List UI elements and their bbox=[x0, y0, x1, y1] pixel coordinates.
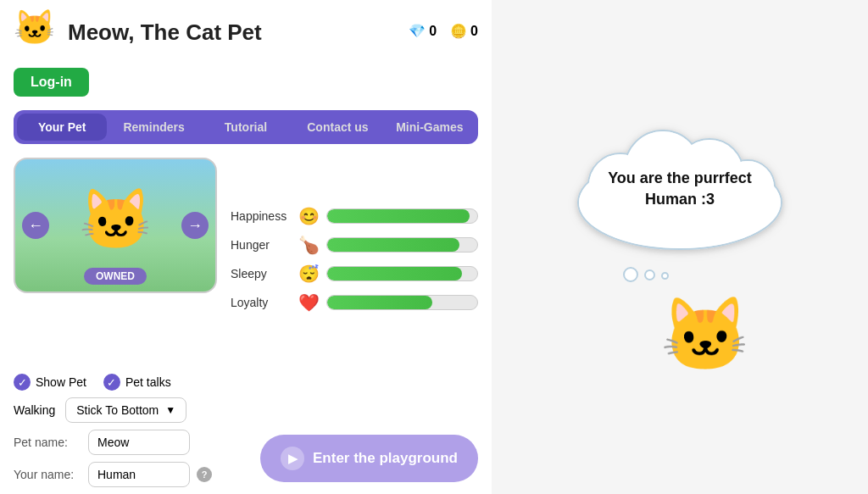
gem-currency: 💎 0 bbox=[409, 23, 437, 39]
stat-loyalty: Loyalty ❤️ bbox=[231, 292, 478, 313]
pet-talks-label: Pet talks bbox=[125, 375, 171, 389]
pet-image: 🐱 bbox=[79, 190, 153, 249]
walking-select[interactable]: Stick To Bottom ▼ bbox=[65, 397, 186, 423]
stat-happiness-bar-bg bbox=[326, 208, 478, 224]
input-section: Pet name: Your name: ? bbox=[14, 430, 247, 487]
gem-count: 0 bbox=[429, 23, 437, 38]
pet-talks-checkbox[interactable]: ✓ Pet talks bbox=[103, 374, 171, 391]
cat-avatar: 🐱 bbox=[14, 10, 58, 54]
playground-btn-label: Enter the playground bbox=[313, 450, 458, 467]
pet-name-input[interactable] bbox=[88, 430, 190, 455]
stat-hunger-icon: 🍗 bbox=[298, 235, 320, 255]
stat-sleepy-bar-bg bbox=[326, 266, 478, 281]
help-icon[interactable]: ? bbox=[197, 467, 212, 482]
app-title: Meow, The Cat Pet bbox=[68, 19, 262, 46]
walking-label: Walking bbox=[14, 403, 55, 417]
stat-hunger-label: Hunger bbox=[231, 238, 292, 252]
pet-display: ← 🐱 → OWNED bbox=[14, 158, 217, 293]
coin-icon: 🪙 bbox=[450, 23, 467, 39]
pet-prev-button[interactable]: ← bbox=[22, 212, 49, 239]
login-area: Log-in bbox=[0, 61, 492, 103]
main-content: ← 🐱 → OWNED Happiness 😊 Hunger 🍗 bbox=[0, 151, 492, 367]
currency-display: 💎 0 🪙 0 bbox=[409, 23, 478, 39]
walking-value: Stick To Bottom bbox=[76, 403, 159, 417]
stats-area: Happiness 😊 Hunger 🍗 Sleepy 😴 bbox=[231, 158, 478, 360]
show-pet-label: Show Pet bbox=[36, 375, 86, 389]
stat-sleepy-icon: 😴 bbox=[298, 264, 320, 284]
bubble-dot-small bbox=[661, 272, 669, 280]
stat-loyalty-bar bbox=[327, 296, 432, 309]
walking-cat-image: 🐱 bbox=[660, 292, 750, 377]
tab-mini-games[interactable]: Mini-Games bbox=[385, 114, 475, 141]
coin-count: 0 bbox=[470, 23, 478, 38]
left-panel: 🐾 🐾 🐾 🐾 🐾 🐾 🐾 🐾 🐱 Meow, The Cat Pet 💎 0 … bbox=[0, 0, 492, 494]
your-name-label: Your name: bbox=[14, 468, 81, 481]
stat-hunger: Hunger 🍗 bbox=[231, 235, 478, 255]
stat-sleepy: Sleepy 😴 bbox=[231, 264, 478, 284]
stat-happiness-bar bbox=[327, 209, 470, 223]
right-panel: You are the purrfect Human :3 🐱 bbox=[492, 0, 868, 494]
nav-tabs: Your Pet Reminders Tutorial Contact us M… bbox=[14, 110, 478, 144]
pet-talks-check-icon: ✓ bbox=[103, 374, 120, 391]
your-name-row: Your name: ? bbox=[14, 462, 247, 487]
checkboxes-row: ✓ Show Pet ✓ Pet talks bbox=[14, 374, 478, 391]
walking-row: Walking Stick To Bottom ▼ bbox=[14, 397, 478, 423]
stat-loyalty-label: Loyalty bbox=[231, 296, 292, 309]
play-icon: ▶ bbox=[281, 447, 304, 470]
walking-cat-display: 🐱 bbox=[609, 292, 750, 377]
cloud-bubble: You are the purrfect Human :3 bbox=[553, 118, 807, 265]
gem-icon: 💎 bbox=[409, 23, 426, 39]
tab-reminders[interactable]: Reminders bbox=[108, 114, 198, 141]
owned-badge: OWNED bbox=[84, 268, 147, 285]
stat-happiness-icon: 😊 bbox=[298, 206, 320, 226]
tab-tutorial[interactable]: Tutorial bbox=[201, 114, 291, 141]
pet-name-row: Pet name: bbox=[14, 430, 247, 455]
chevron-down-icon: ▼ bbox=[165, 404, 175, 416]
show-pet-check-icon: ✓ bbox=[14, 374, 31, 391]
app-header: 🐱 Meow, The Cat Pet 💎 0 🪙 0 bbox=[0, 0, 492, 61]
stat-loyalty-bar-bg bbox=[326, 295, 478, 310]
pet-next-button[interactable]: → bbox=[181, 212, 209, 239]
stat-happiness-label: Happiness bbox=[231, 209, 292, 223]
your-name-input[interactable] bbox=[88, 462, 190, 487]
tab-your-pet[interactable]: Your Pet bbox=[17, 114, 107, 141]
speech-text: You are the purrfect Human :3 bbox=[595, 167, 765, 209]
stat-sleepy-label: Sleepy bbox=[231, 267, 292, 280]
bubble-dot-medium bbox=[644, 269, 655, 280]
stat-sleepy-bar bbox=[327, 267, 462, 280]
stat-loyalty-icon: ❤️ bbox=[298, 292, 320, 313]
bottom-input-row: Pet name: Your name: ? ▶ Enter the playg… bbox=[0, 426, 492, 494]
speech-area: You are the purrfect Human :3 🐱 bbox=[523, 118, 837, 377]
coin-currency: 🪙 0 bbox=[450, 23, 478, 39]
enter-playground-button[interactable]: ▶ Enter the playground bbox=[260, 435, 478, 482]
bubble-trail bbox=[623, 267, 669, 282]
show-pet-checkbox[interactable]: ✓ Show Pet bbox=[14, 374, 86, 391]
controls-area: ✓ Show Pet ✓ Pet talks Walking Stick To … bbox=[0, 367, 492, 426]
login-button[interactable]: Log-in bbox=[14, 68, 89, 97]
pet-name-label: Pet name: bbox=[14, 436, 81, 449]
tab-contact-us[interactable]: Contact us bbox=[292, 114, 382, 141]
bubble-dot-large bbox=[623, 267, 638, 282]
stat-happiness: Happiness 😊 bbox=[231, 206, 478, 226]
stat-hunger-bar bbox=[327, 238, 459, 252]
stat-hunger-bar-bg bbox=[326, 237, 478, 253]
